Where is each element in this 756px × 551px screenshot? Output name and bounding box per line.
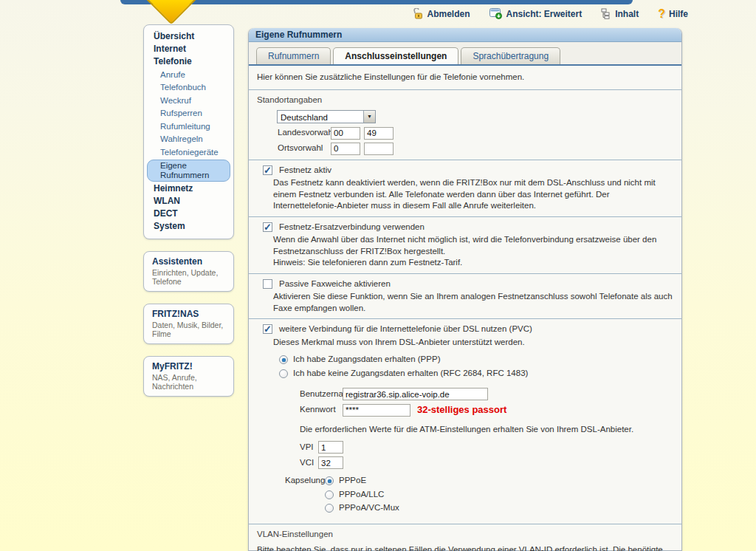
section-divider — [249, 273, 681, 274]
ersatzverbindung-label[interactable]: Festnetz-Ersatzverbindung verwenden — [279, 222, 425, 233]
myfritz-box[interactable]: MyFRITZ! NAS, Anrufe, Nachrichten — [143, 356, 234, 397]
section-divider — [249, 524, 681, 524]
question-icon: ? — [658, 10, 665, 18]
sidebar-item-telefoniegeraete[interactable]: Telefoniegeräte — [144, 146, 233, 159]
atm-note: Die erforderlichen Werte für die ATM-Ein… — [300, 424, 673, 436]
vpi-label: VPI — [300, 442, 318, 454]
benutzername-label: Benutzername — [300, 389, 343, 400]
sidebar: Übersicht Internet Telefonie Anrufe Tele… — [143, 24, 234, 397]
kennwort-label: Kennwort — [300, 404, 343, 416]
kapselung-pppoe-label[interactable]: PPPoE — [339, 475, 366, 487]
kapselung-pppoa-llc-row[interactable]: PPPoA/LLC — [325, 489, 399, 501]
zugangsdaten-rfc-radio-row[interactable]: Ich habe keine Zugangsdaten erhalten (RF… — [279, 368, 673, 380]
festnetz-aktiv-label[interactable]: Festnetz aktiv — [279, 165, 331, 177]
zugangsdaten-rfc-label[interactable]: Ich habe keine Zugangsdaten erhalten (RF… — [293, 368, 528, 380]
tab-anschlusseinstellungen[interactable]: Anschlusseinstellungen — [333, 47, 458, 64]
kapselung-pppoa-vcmux-radio[interactable] — [325, 504, 334, 513]
section-divider — [249, 89, 681, 90]
landesvorwahl-input[interactable] — [364, 127, 394, 140]
fritz-logo-diamond — [145, 0, 198, 24]
view-mode-label: Ansicht: Erweitert — [506, 9, 583, 19]
tab-rufnummern[interactable]: Rufnummern — [256, 47, 331, 64]
chevron-down-icon[interactable]: ▼ — [363, 111, 375, 123]
pvc-label[interactable]: weitere Verbindung für die Internettelef… — [279, 324, 532, 335]
landesvorwahl-prefix-input[interactable] — [331, 127, 360, 140]
banner-bottom-bar — [120, 0, 633, 4]
sidebar-item-uebersicht[interactable]: Übersicht — [144, 30, 233, 43]
faxweiche-checkbox[interactable] — [263, 279, 272, 289]
kapselung-pppoa-vcmux-label[interactable]: PPPoA/VC-Mux — [339, 502, 399, 514]
sidebar-item-rufsperren[interactable]: Rufsperren — [144, 107, 233, 120]
zugangsdaten-ppp-label[interactable]: Ich habe Zugangsdaten erhalten (PPP) — [293, 354, 440, 366]
vci-input[interactable] — [318, 456, 343, 469]
festnetz-description: Das Festnetz kann deaktiviert werden, we… — [273, 177, 673, 212]
logout-lock-icon — [412, 8, 424, 19]
intro-text: Hier können Sie zusätzliche Einstellunge… — [256, 71, 673, 85]
sidebar-item-rufumleitung[interactable]: Rufumleitung — [144, 120, 233, 133]
vci-label: VCI — [300, 457, 318, 469]
sidebar-item-wlan[interactable]: WLAN — [144, 195, 233, 208]
sidebar-item-weckruf[interactable]: Weckruf — [144, 94, 233, 107]
sidebar-item-system[interactable]: System — [144, 220, 233, 233]
assistenten-subtitle: Einrichten, Update, Telefone — [152, 268, 225, 286]
zugangsdaten-rfc-radio[interactable] — [279, 369, 288, 378]
ersatzverbindung-description: Wenn die Anwahl über das Internet nicht … — [273, 234, 673, 257]
kennwort-input[interactable] — [343, 404, 410, 417]
help-label: Hilfe — [669, 9, 688, 19]
vlan-heading: VLAN-Einstellungen — [257, 529, 673, 541]
myfritz-title[interactable]: MyFRITZ! — [152, 361, 225, 372]
kapselung-pppoe-row[interactable]: PPPoE — [325, 475, 399, 487]
faxweiche-label[interactable]: Passive Faxweiche aktivieren — [279, 278, 391, 290]
section-divider — [249, 216, 681, 217]
sidebar-item-internet[interactable]: Internet — [144, 43, 233, 55]
kapselung-pppoa-vcmux-row[interactable]: PPPoA/VC-Mux — [325, 502, 399, 514]
ortsvorwahl-prefix-input[interactable] — [331, 143, 360, 155]
kapselung-pppoe-radio[interactable] — [325, 476, 334, 485]
kapselung-pppoa-llc-radio[interactable] — [325, 490, 334, 499]
tab-sprachuebertragung[interactable]: Sprachübertragung — [461, 47, 560, 64]
main-panel: Eigene Rufnummern Rufnummern Anschlussei… — [248, 28, 682, 551]
sidebar-item-heimnetz[interactable]: Heimnetz — [144, 182, 233, 195]
ortsvorwahl-label: Ortsvorwahl — [278, 143, 331, 154]
tab-bar: Rufnummern Anschlusseinstellungen Sprach… — [249, 42, 681, 66]
country-select[interactable]: Deutschland ▼ — [277, 110, 376, 123]
ersatzverbindung-hint: Hinweis: Sie telefonieren dann zum Festn… — [273, 257, 673, 269]
view-mode-link[interactable]: Ansicht: Erweitert — [489, 8, 583, 19]
pvc-description: Dieses Merkmal muss von Ihrem DSL-Anbiet… — [273, 337, 673, 349]
benutzername-input[interactable] — [343, 388, 488, 400]
sidebar-item-telefonie[interactable]: Telefonie — [144, 55, 233, 68]
kapselung-pppoa-llc-label[interactable]: PPPoA/LLC — [339, 489, 384, 501]
fritznas-title[interactable]: FRITZ!NAS — [152, 309, 225, 319]
top-link-bar: Abmelden Ansicht: Erweitert Inhalt ? Hil… — [412, 8, 689, 19]
faxweiche-description: Aktivieren Sie diese Funktion, wenn Sie … — [273, 291, 673, 314]
pvc-checkbox[interactable] — [263, 324, 272, 334]
contents-label: Inhalt — [615, 9, 639, 19]
view-window-icon — [489, 8, 503, 19]
zugangsdaten-ppp-radio-row[interactable]: Ich habe Zugangsdaten erhalten (PPP) — [279, 354, 673, 366]
kapselung-label: Kapselung — [285, 475, 325, 516]
ersatzverbindung-checkbox[interactable] — [263, 222, 272, 232]
sidebar-item-wahlregeln[interactable]: Wahlregeln — [144, 133, 233, 146]
help-link[interactable]: ? Hilfe — [658, 9, 688, 19]
assistenten-box[interactable]: Assistenten Einrichten, Update, Telefone — [143, 251, 234, 292]
sidebar-item-eigene-rufnummern[interactable]: Eigene Rufnummern — [147, 160, 230, 182]
kennwort-annotation: 32-stelliges passort — [417, 403, 506, 417]
vpi-input[interactable] — [318, 441, 343, 454]
sidebar-item-anrufe[interactable]: Anrufe — [144, 68, 233, 81]
fritznas-box[interactable]: FRITZ!NAS Daten, Musik, Bilder, Filme — [143, 304, 234, 344]
landesvorwahl-label: Landesvorwahl — [278, 127, 331, 139]
ortsvorwahl-input[interactable] — [364, 143, 394, 155]
sidebar-item-telefonbuch[interactable]: Telefonbuch — [144, 81, 233, 95]
contents-link[interactable]: Inhalt — [601, 8, 639, 19]
assistenten-title[interactable]: Assistenten — [152, 256, 225, 267]
country-select-value: Deutschland — [278, 111, 363, 123]
page-title: Eigene Rufnummern — [249, 28, 681, 42]
zugangsdaten-ppp-radio[interactable] — [279, 355, 288, 364]
logout-link[interactable]: Abmelden — [412, 8, 470, 19]
sidebar-item-dect[interactable]: DECT — [144, 208, 233, 220]
tab-content: Hier können Sie zusätzliche Einstellunge… — [249, 66, 681, 551]
fritznas-subtitle: Daten, Musik, Bilder, Filme — [152, 321, 225, 338]
festnetz-aktiv-checkbox[interactable] — [263, 165, 272, 175]
main-navigation: Übersicht Internet Telefonie Anrufe Tele… — [143, 24, 234, 239]
section-divider — [249, 160, 681, 160]
